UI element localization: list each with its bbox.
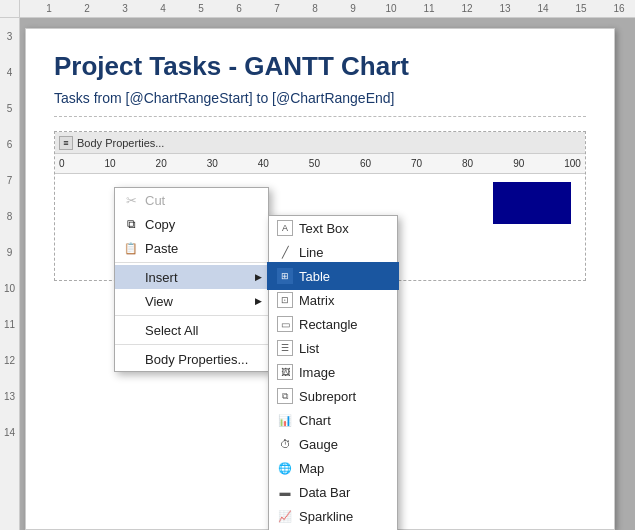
ruler-mark-11: 11: [410, 3, 448, 14]
ruler-mark-7: 7: [258, 3, 296, 14]
ctx-insert[interactable]: Insert ▶: [115, 265, 268, 289]
copy-label: Copy: [145, 217, 175, 232]
sub-rectangle[interactable]: ▭ Rectangle: [269, 312, 397, 336]
ruler-mark-9: 9: [334, 3, 372, 14]
ctx-separator-2: [115, 315, 268, 316]
image-icon: 🖼: [277, 364, 293, 380]
cut-label: Cut: [145, 193, 165, 208]
rectangle-label: Rectangle: [299, 317, 358, 332]
sub-map[interactable]: 🌐 Map: [269, 456, 397, 480]
copy-icon: ⧉: [123, 216, 139, 232]
ruler-mark-3: 3: [106, 3, 144, 14]
matrix-label: Matrix: [299, 293, 334, 308]
view-spacer: [123, 293, 139, 309]
rectangle-icon: ▭: [277, 316, 293, 332]
ruler-left-mark-8: 8: [7, 198, 13, 234]
sub-sparkline[interactable]: 📈 Sparkline: [269, 504, 397, 528]
sparkline-label: Sparkline: [299, 509, 353, 524]
ruler-mark-6: 6: [220, 3, 258, 14]
ruler-mark-4: 4: [144, 3, 182, 14]
sparkline-icon: 📈: [277, 508, 293, 524]
body-prop-icon: ≡: [59, 136, 73, 150]
ruler-left-mark-13: 13: [4, 378, 15, 414]
ruler-mark-8: 8: [296, 3, 334, 14]
table-label: Table: [299, 269, 330, 284]
sub-chart[interactable]: 📊 Chart: [269, 408, 397, 432]
document-page: Project Tasks - GANTT Chart Tasks from […: [25, 28, 615, 530]
sub-matrix[interactable]: ⊡ Matrix: [269, 288, 397, 312]
gauge-label: Gauge: [299, 437, 338, 452]
table-icon: ⊞: [277, 268, 293, 284]
ctx-copy[interactable]: ⧉ Copy: [115, 212, 268, 236]
list-label: List: [299, 341, 319, 356]
insert-label: Insert: [145, 270, 178, 285]
ruler-left-mark-14: 14: [4, 414, 15, 450]
ruler-mark-12: 12: [448, 3, 486, 14]
matrix-icon: ⊡: [277, 292, 293, 308]
data-bar-label: Data Bar: [299, 485, 350, 500]
select-all-label: Select All: [145, 323, 198, 338]
context-menu: ✂ Cut ⧉ Copy 📋 Paste Insert ▶: [114, 187, 269, 372]
ctx-separator-3: [115, 344, 268, 345]
sub-data-bar[interactable]: ▬ Data Bar: [269, 480, 397, 504]
subreport-icon: ⧉: [277, 388, 293, 404]
map-icon: 🌐: [277, 460, 293, 476]
text-box-label: Text Box: [299, 221, 349, 236]
body-prop-label: Body Properties...: [77, 137, 164, 149]
chart-label: Chart: [299, 413, 331, 428]
insert-submenu: A Text Box ╱ Line ⊞ Table ⊡ Matrix ▭ Rec…: [268, 215, 398, 530]
text-box-icon: A: [277, 220, 293, 236]
sub-table[interactable]: ⊞ Table: [269, 264, 397, 288]
sub-subreport[interactable]: ⧉ Subreport: [269, 384, 397, 408]
ruler-mark-2: 2: [68, 3, 106, 14]
ctx-separator-1: [115, 262, 268, 263]
sub-list[interactable]: ☰ List: [269, 336, 397, 360]
ruler-mark-5: 5: [182, 3, 220, 14]
paste-label: Paste: [145, 241, 178, 256]
ruler-left-mark-10: 10: [4, 270, 15, 306]
ruler-mark-10: 10: [372, 3, 410, 14]
body-properties-label: Body Properties...: [145, 352, 248, 367]
sub-text-box[interactable]: A Text Box: [269, 216, 397, 240]
ruler-left-mark-3: 3: [7, 18, 13, 54]
ctx-paste[interactable]: 📋 Paste: [115, 236, 268, 260]
gantt-top-bar: ≡ Body Properties...: [55, 132, 585, 154]
ruler-mark-14: 14: [524, 3, 562, 14]
chart-icon: 📊: [277, 412, 293, 428]
ruler-mark-1: 1: [30, 3, 68, 14]
line-icon: ╱: [277, 244, 293, 260]
image-label: Image: [299, 365, 335, 380]
sub-image[interactable]: 🖼 Image: [269, 360, 397, 384]
insert-spacer: [123, 269, 139, 285]
ruler-left-mark-4: 4: [7, 54, 13, 90]
cut-icon: ✂: [123, 192, 139, 208]
gauge-icon: ⏱: [277, 436, 293, 452]
map-label: Map: [299, 461, 324, 476]
ctx-body-properties[interactable]: Body Properties...: [115, 347, 268, 371]
ruler-left-mark-6: 6: [7, 126, 13, 162]
page-title: Project Tasks - GANTT Chart: [54, 51, 586, 82]
ctx-select-all[interactable]: Select All: [115, 318, 268, 342]
ruler-left-mark-12: 12: [4, 342, 15, 378]
select-all-spacer: [123, 322, 139, 338]
ruler-left-mark-7: 7: [7, 162, 13, 198]
ctx-cut[interactable]: ✂ Cut: [115, 188, 268, 212]
list-icon: ☰: [277, 340, 293, 356]
gantt-bar: [493, 182, 571, 224]
view-arrow-icon: ▶: [255, 296, 262, 306]
paste-icon: 📋: [123, 240, 139, 256]
ruler-left-mark-5: 5: [7, 90, 13, 126]
subreport-label: Subreport: [299, 389, 356, 404]
data-bar-icon: ▬: [277, 484, 293, 500]
sub-gauge[interactable]: ⏱ Gauge: [269, 432, 397, 456]
ruler-left-mark-9: 9: [7, 234, 13, 270]
gantt-scale-bar: 0 10 20 30 40 50 60 70 80 90 100: [55, 154, 585, 174]
body-prop-menu-spacer: [123, 351, 139, 367]
ctx-view[interactable]: View ▶: [115, 289, 268, 313]
view-label: View: [145, 294, 173, 309]
ruler-mark-13: 13: [486, 3, 524, 14]
ruler-mark-15: 15: [562, 3, 600, 14]
insert-arrow-icon: ▶: [255, 272, 262, 282]
sub-line[interactable]: ╱ Line: [269, 240, 397, 264]
page-subtitle: Tasks from [@ChartRangeStart] to [@Chart…: [54, 90, 586, 117]
